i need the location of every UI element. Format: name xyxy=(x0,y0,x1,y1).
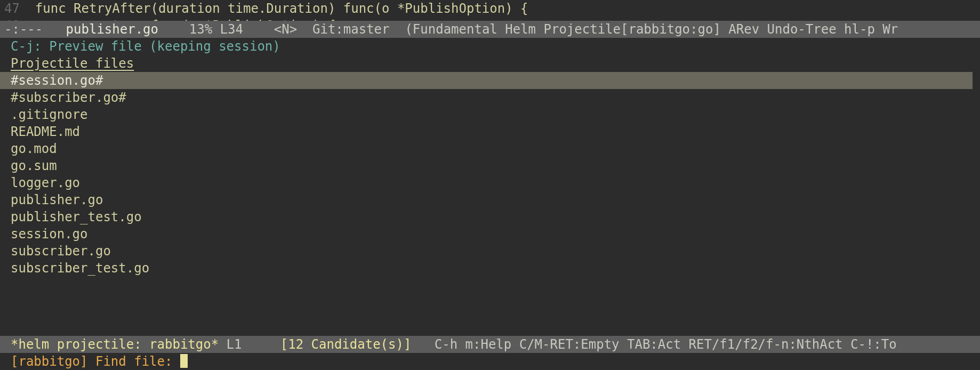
minibuffer[interactable]: [rabbitgo] Find file: xyxy=(0,353,980,370)
helm-candidate[interactable]: README.md xyxy=(11,123,980,140)
line-number: 47 xyxy=(4,1,20,16)
evil-state: <N> xyxy=(274,22,297,37)
helm-candidate[interactable]: publisher.go xyxy=(11,191,980,208)
code-line-48: 48 return func(o *PublishOption) { xyxy=(4,17,980,21)
helm-candidate[interactable]: .gitignore xyxy=(11,106,980,123)
helm-candidate[interactable]: subscriber_test.go xyxy=(11,260,980,277)
code-line-47: 47 func RetryAfter(duration time.Duratio… xyxy=(4,0,980,17)
helm-file-list: #session.go# #subscriber.go# .gitignore … xyxy=(0,72,980,277)
modeline-top: -:--- publisher.go 13% L34 <N> Git:maste… xyxy=(0,21,980,38)
helm-candidate[interactable]: #subscriber.go# xyxy=(11,89,980,106)
code-text: func RetryAfter(duration time.Duration) … xyxy=(20,1,528,16)
helm-help-hints: C-h m:Help C/M-RET:Empty TAB:Act RET/f1/… xyxy=(435,337,897,352)
helm-section-header: Projectile files xyxy=(0,55,980,72)
helm-candidate[interactable]: go.mod xyxy=(11,140,980,157)
helm-buffer-title: *helm projectile: rabbitgo* xyxy=(11,337,219,352)
modeline-helm: *helm projectile: rabbitgo* L1 [12 Candi… xyxy=(0,336,980,353)
minor-modes: (Fundamental Helm Projectile[rabbitgo:go… xyxy=(405,22,898,37)
helm-candidate[interactable]: publisher_test.go xyxy=(11,208,980,226)
helm-candidate[interactable]: logger.go xyxy=(11,174,980,191)
modeline-status: -:--- xyxy=(4,22,43,37)
code-buffer: 47 func RetryAfter(duration time.Duratio… xyxy=(0,0,980,21)
cursor xyxy=(180,354,188,368)
buffer-name: publisher.go xyxy=(66,22,158,37)
helm-candidate-count: [12 Candidate(s)] xyxy=(280,337,412,352)
helm-candidate[interactable]: go.sum xyxy=(11,157,980,174)
minibuffer-prompt: [rabbitgo] Find file: xyxy=(11,354,180,369)
vcs-branch: Git:master xyxy=(312,22,390,37)
helm-candidate[interactable]: session.go xyxy=(11,226,980,243)
helm-candidate[interactable]: #session.go# xyxy=(0,72,973,89)
buffer-position: 13% L34 xyxy=(189,22,243,37)
helm-hint: C-j: Preview file (keeping session) xyxy=(0,38,980,55)
helm-line: L1 xyxy=(227,337,242,352)
helm-candidate[interactable]: subscriber.go xyxy=(11,243,980,260)
